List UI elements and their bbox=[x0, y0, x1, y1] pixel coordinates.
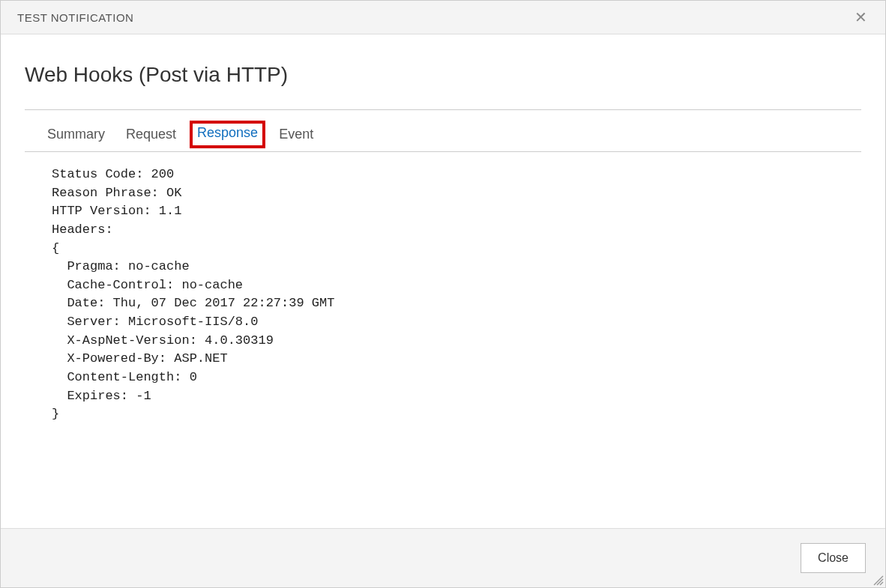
divider bbox=[25, 109, 861, 110]
dialog-title: TEST NOTIFICATION bbox=[17, 11, 133, 24]
svg-line-1 bbox=[877, 579, 883, 585]
tab-request[interactable]: Request bbox=[126, 125, 176, 144]
test-notification-dialog: TEST NOTIFICATION ✕ Web Hooks (Post via … bbox=[0, 0, 886, 588]
tab-response[interactable]: Response bbox=[190, 121, 265, 148]
resize-grip-icon bbox=[872, 574, 884, 586]
tab-summary[interactable]: Summary bbox=[47, 125, 105, 144]
svg-line-2 bbox=[880, 582, 883, 585]
page-title: Web Hooks (Post via HTTP) bbox=[25, 63, 861, 87]
close-icon[interactable]: ✕ bbox=[850, 7, 872, 28]
svg-line-0 bbox=[874, 576, 883, 585]
tab-event[interactable]: Event bbox=[279, 125, 313, 144]
close-button[interactable]: Close bbox=[801, 543, 866, 573]
response-body: Status Code: 200 Reason Phrase: OK HTTP … bbox=[25, 152, 861, 437]
tab-bar: Summary Request Response Event bbox=[25, 116, 861, 152]
dialog-footer: Close bbox=[1, 528, 885, 587]
dialog-titlebar: TEST NOTIFICATION ✕ bbox=[1, 1, 885, 34]
dialog-body: Web Hooks (Post via HTTP) Summary Reques… bbox=[1, 34, 885, 528]
